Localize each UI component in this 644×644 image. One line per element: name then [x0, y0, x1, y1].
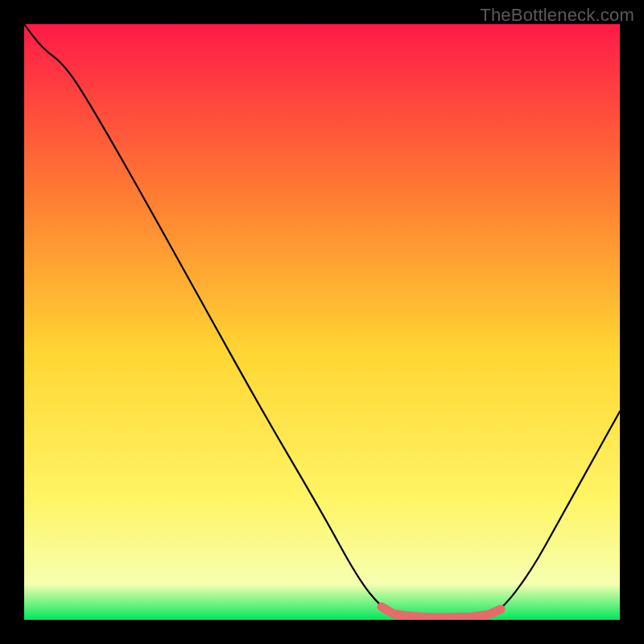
bottleneck-chart [24, 24, 620, 620]
watermark-text: TheBottleneck.com [480, 5, 634, 26]
gradient-background [24, 24, 620, 620]
chart-svg [24, 24, 620, 620]
